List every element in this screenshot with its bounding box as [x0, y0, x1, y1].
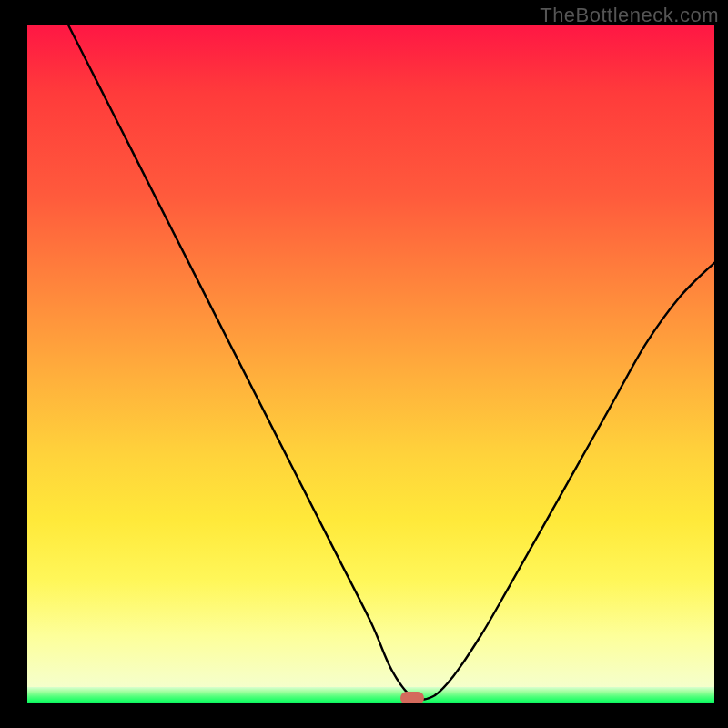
- marker-pill: [400, 692, 424, 703]
- watermark-text: TheBottleneck.com: [540, 4, 719, 27]
- curve-svg: [27, 25, 714, 703]
- plot-area: [27, 25, 714, 703]
- curve-path: [68, 25, 714, 700]
- chart-frame: TheBottleneck.com: [0, 0, 728, 728]
